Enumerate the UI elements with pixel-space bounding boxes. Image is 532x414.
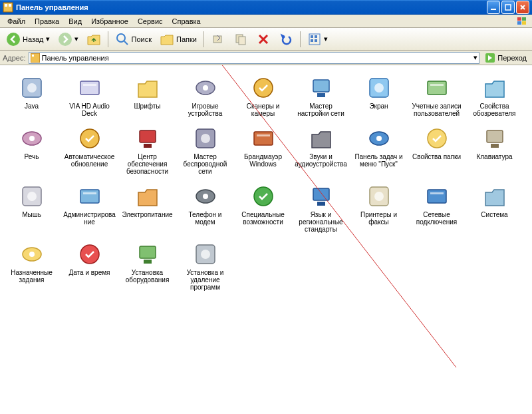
- control-panel-item[interactable]: Установка оборудования: [119, 238, 176, 294]
- chevron-down-icon: ▾: [324, 35, 328, 43]
- address-input[interactable]: Панель управления ▾: [29, 52, 480, 64]
- menu-help[interactable]: Справка: [168, 16, 205, 27]
- svg-point-33: [374, 83, 384, 93]
- maximize-button[interactable]: [501, 1, 515, 14]
- svg-rect-53: [83, 192, 96, 194]
- control-panel-item[interactable]: Телефон и модем: [177, 180, 233, 236]
- control-panel-item[interactable]: Сетевые подключения: [408, 180, 465, 236]
- control-panel-item[interactable]: Java: [3, 72, 60, 120]
- control-panel-item[interactable]: Речь: [3, 122, 60, 178]
- control-panel-item[interactable]: VIA HD Audio Deck: [61, 72, 118, 120]
- item-icon: [250, 183, 277, 210]
- search-button[interactable]: Поиск: [112, 31, 155, 48]
- item-icon: [308, 125, 334, 152]
- svg-rect-7: [517, 21, 521, 25]
- forward-icon: [58, 32, 72, 47]
- control-panel-item[interactable]: Мастер настройки сети: [293, 72, 349, 120]
- search-label: Поиск: [132, 35, 152, 43]
- delete-button[interactable]: [253, 31, 274, 48]
- menu-favorites[interactable]: Избранное: [86, 16, 133, 27]
- svg-rect-21: [32, 55, 34, 57]
- control-panel-item[interactable]: Система: [466, 180, 523, 236]
- control-panel-item[interactable]: Язык и региональные стандарты: [293, 180, 349, 236]
- back-button[interactable]: Назад ▾: [3, 31, 53, 48]
- control-panel-item[interactable]: Мастер беспроводной сети: [177, 122, 233, 178]
- back-icon: [6, 32, 21, 47]
- minimize-button[interactable]: [487, 1, 500, 14]
- control-panel-item[interactable]: Специальные возможности: [235, 180, 291, 236]
- svg-rect-2: [9, 4, 11, 7]
- item-label: Звуки и аудиоустройства: [294, 153, 348, 168]
- item-label: Электропитание: [122, 211, 172, 218]
- item-label: Мастер настройки сети: [294, 103, 348, 117]
- control-panel-item[interactable]: Электропитание: [119, 180, 176, 236]
- tool-btn-2[interactable]: [230, 31, 251, 48]
- control-panel-item[interactable]: Принтеры и факсы: [350, 180, 407, 236]
- svg-rect-1: [5, 4, 7, 7]
- svg-point-28: [203, 85, 208, 91]
- svg-point-38: [80, 129, 99, 148]
- views-button[interactable]: ▾: [304, 31, 331, 48]
- content-area: JavaVIA HD Audio DeckШрифтыИгровые устро…: [0, 65, 532, 414]
- item-icon: [19, 75, 45, 101]
- svg-point-65: [80, 245, 99, 264]
- control-panel-item[interactable]: Свойства папки: [408, 122, 465, 178]
- item-label: Система: [481, 211, 507, 218]
- control-panel-item[interactable]: Сканеры и камеры: [235, 72, 291, 120]
- undo-icon: [279, 32, 293, 47]
- svg-rect-31: [317, 93, 325, 97]
- control-panel-item[interactable]: Администрирование: [61, 180, 118, 236]
- chevron-down-icon[interactable]: ▾: [473, 53, 477, 62]
- control-panel-item[interactable]: Брандмауэр Windows: [235, 122, 291, 178]
- item-label: Учетные записи пользователей: [410, 103, 464, 117]
- svg-rect-34: [428, 81, 446, 95]
- address-label: Адрес:: [3, 54, 26, 62]
- control-panel-item[interactable]: Автоматическое обновление: [61, 122, 118, 178]
- control-panel-item[interactable]: Игровые устройства: [177, 72, 233, 120]
- close-button[interactable]: [516, 1, 529, 14]
- folders-icon: [160, 32, 174, 47]
- control-panel-item[interactable]: Учетные записи пользователей: [408, 72, 465, 120]
- tool-btn-1[interactable]: [207, 31, 229, 48]
- item-icon: [424, 75, 450, 101]
- item-icon: [19, 125, 45, 152]
- undo-button[interactable]: [275, 31, 297, 48]
- svg-rect-17: [315, 35, 317, 38]
- svg-rect-57: [313, 188, 329, 200]
- control-panel-item[interactable]: Шрифты: [119, 72, 176, 120]
- toolbar: Назад ▾ ▾ Поиск Папки ▾: [0, 28, 532, 51]
- svg-rect-66: [140, 246, 156, 258]
- folders-button[interactable]: Папки: [156, 31, 200, 48]
- item-label: Java: [25, 103, 39, 110]
- go-label: Переход: [497, 54, 527, 62]
- menu-edit[interactable]: Правка: [30, 16, 64, 27]
- item-label: Телефон и модем: [178, 211, 232, 226]
- item-icon: [76, 125, 103, 152]
- menu-tools[interactable]: Сервис: [133, 16, 168, 27]
- control-panel-item[interactable]: Клавиатура: [466, 122, 523, 178]
- menu-file[interactable]: Файл: [3, 16, 30, 27]
- svg-rect-58: [317, 202, 325, 206]
- forward-button[interactable]: ▾: [55, 31, 82, 48]
- item-icon: [134, 241, 161, 268]
- control-panel-item[interactable]: Экран: [350, 72, 407, 120]
- control-panel-item[interactable]: Дата и время: [61, 238, 118, 294]
- go-button[interactable]: Переход: [482, 53, 529, 63]
- menu-view[interactable]: Вид: [64, 16, 86, 27]
- control-panel-item[interactable]: Центр обеспечения безопасности: [119, 122, 176, 178]
- item-icon: [481, 183, 508, 210]
- svg-rect-40: [144, 144, 152, 148]
- svg-rect-5: [517, 17, 521, 21]
- control-panel-item[interactable]: Назначенные задания: [3, 238, 60, 294]
- item-icon: [481, 75, 508, 101]
- control-panel-item[interactable]: Мышь: [3, 180, 60, 236]
- item-label: VIA HD Audio Deck: [63, 103, 116, 117]
- control-panel-item[interactable]: Установка и удаление программ: [177, 238, 233, 294]
- svg-rect-8: [522, 21, 526, 25]
- control-panel-item[interactable]: Звуки и аудиоустройства: [293, 122, 349, 178]
- up-button[interactable]: [83, 31, 104, 48]
- control-panel-item[interactable]: Свойства обозревателя: [466, 72, 523, 120]
- views-icon: [307, 32, 322, 47]
- control-panel-item[interactable]: Панель задач и меню "Пуск": [350, 122, 407, 178]
- item-icon: [192, 75, 219, 101]
